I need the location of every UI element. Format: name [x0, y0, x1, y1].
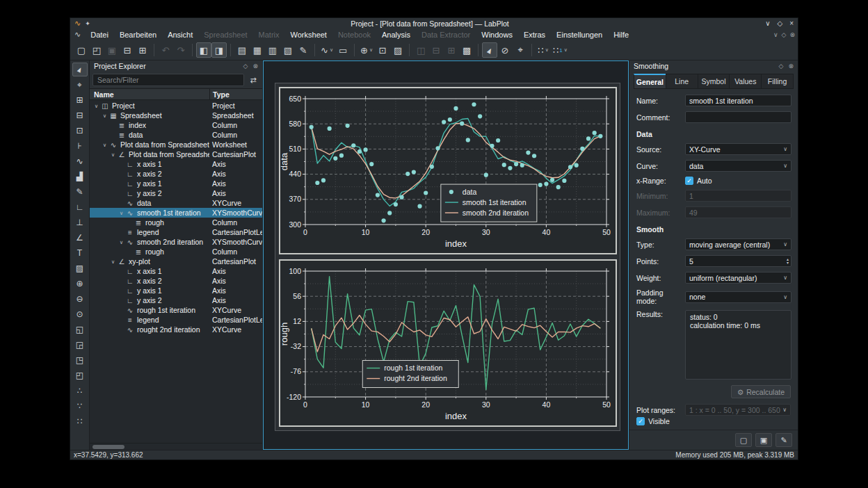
horizontal-scrollbar[interactable]	[90, 443, 262, 450]
print-preview-button[interactable]: ⊞	[135, 42, 150, 58]
plot1-container[interactable]: 01020304050300370440510580650indexdatada…	[279, 87, 617, 254]
toggle-properties-explorer-button[interactable]: ◨	[211, 42, 227, 58]
smoothing-titlebar[interactable]: Smoothing ◇ ⊗	[629, 60, 798, 72]
tree-row-x-axis-1[interactable]: ∟x axis 1Axis	[90, 266, 262, 276]
save-template-button[interactable]: ▣	[755, 433, 772, 447]
tree-row-legend[interactable]: ≡legendCartesianPlotLegend	[90, 315, 262, 325]
tree-row-plot-data-from-spreadsheet[interactable]: ∨∠Plot data from SpreadsheetCartesianPlo…	[90, 149, 262, 159]
visible-checkbox[interactable]: ✓	[636, 417, 645, 425]
pin-icon[interactable]: ✦	[85, 20, 90, 27]
zoom-select-tool-button[interactable]: ⊞	[72, 93, 88, 107]
tab-line[interactable]: Line	[666, 74, 698, 89]
column-header-name[interactable]: Name	[90, 90, 209, 99]
tab-values[interactable]: Values	[729, 74, 761, 89]
new-matrix-button[interactable]: ▦	[250, 42, 265, 58]
name-input[interactable]	[685, 95, 791, 106]
type-select[interactable]: moving average (central) ∨	[685, 238, 791, 250]
menu-extras[interactable]: Extras	[518, 30, 551, 40]
tree-row-rough[interactable]: ≣roughColumn	[90, 218, 262, 227]
tree-row-project[interactable]: ∨◫ProjectProject	[90, 101, 262, 111]
open-project-button[interactable]: ◰	[89, 42, 104, 58]
new-folder-button[interactable]: ▭	[335, 42, 351, 58]
column-header-type[interactable]: Type	[209, 89, 262, 99]
add-axis-custom-tool-button[interactable]: ∠	[72, 231, 88, 245]
new-spreadsheet-button[interactable]: ▤	[234, 42, 250, 58]
zoom-out-tool-button[interactable]: ⊖	[72, 292, 88, 306]
toggle-project-explorer-button[interactable]: ◧	[196, 42, 211, 58]
tree-header[interactable]: Name Type	[90, 88, 262, 100]
points-spinbox[interactable]: ▴ ▾	[685, 255, 791, 267]
tree-row-x-axis-2[interactable]: ∟x axis 2Axis	[90, 276, 262, 286]
tree-row-rought-2nd-iteration[interactable]: ∿rought 2nd iterationXYCurve	[90, 325, 262, 334]
print-button[interactable]: ⊟	[120, 42, 135, 58]
shift-down-tool-button[interactable]: ∷	[72, 414, 88, 428]
comment-input[interactable]	[685, 111, 791, 123]
shift-right-tool-button[interactable]: ∴	[72, 384, 88, 398]
recalculate-button[interactable]: ⚙ Recalculate	[731, 385, 791, 398]
tree-row-plot-data-from-spreadsheet[interactable]: ∨∿Plot data from SpreadsheetWorksheet	[90, 140, 262, 149]
mdi-maximize-button[interactable]: ◇	[782, 31, 787, 38]
tab-symbol[interactable]: Symbol	[698, 74, 730, 89]
menu-spreadsheet[interactable]: Spreadsheet	[198, 30, 252, 40]
tree-row-y-axis-2[interactable]: ∟y axis 2Axis	[90, 188, 262, 198]
export-worksheet-button[interactable]: ▨	[390, 42, 405, 58]
menu-data-extractor[interactable]: Data Extractor	[416, 30, 476, 40]
fit-to-selection-button[interactable]: ⊡	[375, 42, 390, 58]
titlebar[interactable]: ∿ ✦ Project - [Plot data from Spreadshee…	[70, 18, 798, 29]
zoom-x-select-tool-button[interactable]: ⊟	[72, 108, 88, 122]
tree-row-rough-1st-iteration[interactable]: ∿rough 1st iterationXYCurve	[90, 305, 262, 315]
tree-row-smooth-1st-iteration[interactable]: ∨∿smooth 1st iterationXYSmoothCurve	[90, 208, 262, 218]
spin-buttons[interactable]: ▴ ▾	[787, 256, 791, 266]
tree-row-x-axis-2[interactable]: ∟x axis 2Axis	[90, 169, 262, 179]
tree-row-y-axis-1[interactable]: ∟y axis 1Axis	[90, 286, 262, 295]
add-image-tool-button[interactable]: ▨	[72, 261, 88, 275]
menu-ansicht[interactable]: Ansicht	[162, 30, 198, 40]
close-dock-icon[interactable]: ⊗	[788, 63, 794, 70]
mdi-close-button[interactable]: ⊗	[789, 31, 795, 38]
expander-icon[interactable]: ∨	[109, 152, 117, 158]
tree-row-xy-plot[interactable]: ∨∠xy-plotCartesianPlot	[90, 257, 262, 266]
add-fit-tool-button[interactable]: ✎	[72, 185, 88, 199]
worksheet-view[interactable]: 01020304050300370440510580650indexdatada…	[263, 60, 629, 450]
tree-row-data[interactable]: ≣dataColumn	[90, 130, 262, 140]
menu-einstellungen[interactable]: Einstellungen	[551, 30, 608, 40]
add-text-label-tool-button[interactable]: T	[72, 246, 88, 260]
zoom-in-tool-button[interactable]: ⊕	[72, 277, 88, 291]
source-select[interactable]: XY-Curve ∨	[685, 143, 791, 155]
expander-icon[interactable]: ∨	[109, 259, 117, 265]
search-input[interactable]	[93, 74, 244, 86]
padding-mode-select[interactable]: none ∨	[685, 291, 791, 303]
zoom-origin-tool-button[interactable]: ⊙	[72, 307, 88, 321]
plot2-canvas[interactable]: 01020304050-120-76-321256100indexroughro…	[280, 261, 616, 425]
worksheet-page[interactable]: 01020304050300370440510580650indexdatada…	[275, 83, 620, 431]
navigate-mode-button[interactable]: ⊘	[497, 42, 513, 58]
select-tool-button[interactable]: ▲	[72, 63, 88, 76]
plot-legend[interactable]: rough 1st iterationrought 2nd iteration	[362, 361, 458, 388]
float-dock-icon[interactable]: ◇	[243, 63, 248, 70]
tab-general[interactable]: General	[634, 74, 666, 89]
plot1-canvas[interactable]: 01020304050300370440510580650indexdatada…	[280, 88, 616, 253]
select-mode-button[interactable]: ▲	[482, 42, 497, 58]
plot2-container[interactable]: 01020304050-120-76-321256100indexroughro…	[279, 259, 617, 427]
new-project-button[interactable]: ▢	[74, 42, 89, 58]
cursor-tool-button[interactable]: ⊦	[72, 139, 88, 153]
points-input[interactable]	[686, 256, 787, 266]
crosshair-tool-button[interactable]: ⌖	[72, 78, 88, 92]
edit-template-button[interactable]: ✎	[775, 433, 792, 447]
expander-icon[interactable]: ∨	[101, 113, 108, 119]
zoom-select-mode-button[interactable]: ⌖	[513, 42, 528, 58]
tree-row-rough[interactable]: ≣roughColumn	[90, 247, 262, 257]
new-worksheet-button[interactable]: ∿∨	[319, 42, 335, 58]
tree-row-y-axis-1[interactable]: ∟y axis 1Axis	[90, 179, 262, 188]
scale-auto-x-tool-button[interactable]: ◱	[72, 323, 88, 336]
scale-auto-tool-button[interactable]: ◳	[72, 353, 88, 367]
zoom-y-select-tool-button[interactable]: ⊡	[72, 124, 88, 138]
minimize-button[interactable]: ∨	[765, 19, 770, 27]
project-explorer-titlebar[interactable]: Project Explorer ◇ ⊗	[90, 60, 262, 72]
add-axis-vertical-tool-button[interactable]: ⊥	[72, 215, 88, 229]
mdi-restore-button[interactable]: ∨	[773, 31, 778, 38]
close-dock-icon[interactable]: ⊗	[252, 63, 258, 70]
tree-row-index[interactable]: ≣indexColumn	[90, 120, 262, 130]
new-datapicker-button[interactable]: ✎	[296, 42, 311, 58]
tree-row-spreadsheet[interactable]: ∨▦SpreadsheetSpreadsheet	[90, 111, 262, 120]
